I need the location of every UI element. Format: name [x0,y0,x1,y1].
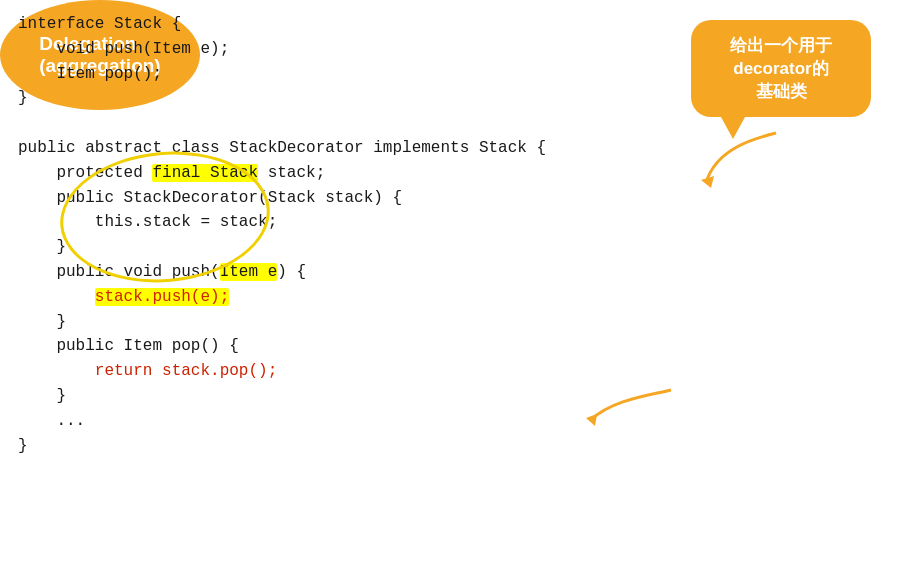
code-line-3: Item pop(); [18,62,562,87]
bubble-top-text: 给出一个用于 decorator的 基础类 [730,36,832,101]
highlight-push: stack.push(e); [95,288,229,306]
code-line-10: } [18,235,562,260]
svg-marker-0 [701,176,714,188]
code-line-13: } [18,310,562,335]
code-line-7: protected final Stack stack; [18,161,562,186]
code-line-9: this.stack = stack; [18,210,562,235]
code-line-4: } [18,86,562,111]
code-line-blank [18,111,562,136]
code-line-14: public Item pop() { [18,334,562,359]
code-line-15: return stack.pop(); [18,359,562,384]
code-line-16: } [18,384,562,409]
svg-marker-1 [586,414,597,426]
highlight-final: final Stack [152,164,258,182]
code-line-17: ... [18,409,562,434]
arrow-bottom [581,380,681,430]
code-line-18: } [18,434,562,459]
code-line-1: interface Stack { [18,12,562,37]
code-line-8: public StackDecorator(Stack stack) { [18,186,562,211]
code-line-11: public void push(Item e) { [18,260,562,285]
code-block: interface Stack { void push(Item e); Ite… [0,0,580,470]
red-pop: return stack.pop(); [95,362,277,380]
speech-bubble-top: 给出一个用于 decorator的 基础类 [691,20,871,117]
highlight-item-e: Item e [220,263,278,281]
code-line-2: void push(Item e); [18,37,562,62]
code-line-6: public abstract class StackDecorator imp… [18,136,562,161]
code-line-12: stack.push(e); [18,285,562,310]
